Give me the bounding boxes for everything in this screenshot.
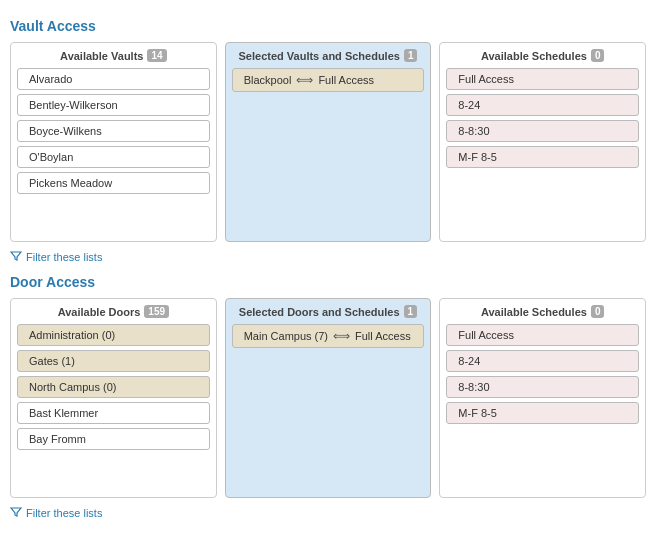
list-item[interactable]: 8-8:30	[446, 120, 639, 142]
door-schedules-header: Available Schedules 0	[446, 305, 639, 318]
list-item[interactable]: M-F 8-5	[446, 402, 639, 424]
list-item[interactable]: Full Access	[446, 324, 639, 346]
list-item[interactable]: Boyce-Wilkens	[17, 120, 210, 142]
list-item[interactable]: Bast Klemmer	[17, 402, 210, 424]
list-item[interactable]: 8-24	[446, 350, 639, 372]
selected-vaults-header: Selected Vaults and Schedules 1	[232, 49, 425, 62]
door-columns: Available Doors 159 Administration (0) G…	[10, 298, 646, 498]
list-item[interactable]: Gates (1)	[17, 350, 210, 372]
vault-schedules-panel: Available Schedules 0 Full Access 8-24	[439, 42, 646, 242]
available-doors-header: Available Doors 159	[17, 305, 210, 318]
selected-vault-item[interactable]: Blackpool ⟺ Full Access	[232, 68, 425, 92]
available-vaults-list: Alvarado Bentley-Wilkerson Boyce-Wilkens	[17, 68, 210, 194]
vault-schedules-count: 0	[591, 49, 605, 62]
door-filter-link[interactable]: Filter these lists	[10, 506, 646, 520]
vault-filter-container: Filter these lists	[10, 250, 646, 264]
door-schedules-count: 0	[591, 305, 605, 318]
vault-filter-link[interactable]: Filter these lists	[10, 250, 646, 264]
arrow-icon: ⟺	[296, 73, 313, 87]
available-doors-count: 159	[144, 305, 169, 318]
selected-vaults-list: Blackpool ⟺ Full Access	[232, 68, 425, 92]
available-doors-panel: Available Doors 159 Administration (0) G…	[10, 298, 217, 498]
filter-icon	[10, 506, 22, 520]
selected-doors-list: Main Campus (7) ⟺ Full Access	[232, 324, 425, 348]
selected-doors-header: Selected Doors and Schedules 1	[232, 305, 425, 318]
door-filter-container: Filter these lists	[10, 506, 646, 520]
list-item[interactable]: O'Boylan	[17, 146, 210, 168]
vault-schedules-list: Full Access 8-24 8-8:30	[446, 68, 639, 168]
selected-door-item[interactable]: Main Campus (7) ⟺ Full Access	[232, 324, 425, 348]
list-item[interactable]: Full Access	[446, 68, 639, 90]
door-access-section: Door Access Available Doors 159 Administ…	[10, 274, 646, 520]
available-vaults-panel: Available Vaults 14 Alvarado Bentley-Wil…	[10, 42, 217, 242]
vault-columns: Available Vaults 14 Alvarado Bentley-Wil…	[10, 42, 646, 242]
list-item[interactable]: Pickens Meadow	[17, 172, 210, 194]
available-doors-list: Administration (0) Gates (1) North Campu…	[17, 324, 210, 450]
vault-access-section: Vault Access Available Vaults 14 Alvarad…	[10, 18, 646, 264]
door-schedules-panel: Available Schedules 0 Full Access 8-24	[439, 298, 646, 498]
vault-schedules-header: Available Schedules 0	[446, 49, 639, 62]
vault-access-title: Vault Access	[10, 18, 646, 34]
list-item[interactable]: 8-8:30	[446, 376, 639, 398]
arrow-icon: ⟺	[333, 329, 350, 343]
list-item[interactable]: Bentley-Wilkerson	[17, 94, 210, 116]
selected-vaults-panel: Selected Vaults and Schedules 1 Blackpoo…	[225, 42, 432, 242]
door-schedules-list: Full Access 8-24 8-8:30	[446, 324, 639, 424]
list-item[interactable]: Bay Fromm	[17, 428, 210, 450]
selected-doors-panel: Selected Doors and Schedules 1 Main Camp…	[225, 298, 432, 498]
selected-doors-count: 1	[404, 305, 418, 318]
list-item[interactable]: M-F 8-5	[446, 146, 639, 168]
filter-icon	[10, 250, 22, 264]
available-vaults-count: 14	[147, 49, 166, 62]
selected-vaults-count: 1	[404, 49, 418, 62]
door-access-title: Door Access	[10, 274, 646, 290]
list-item[interactable]: Alvarado	[17, 68, 210, 90]
list-item[interactable]: North Campus (0)	[17, 376, 210, 398]
list-item[interactable]: Administration (0)	[17, 324, 210, 346]
available-vaults-header: Available Vaults 14	[17, 49, 210, 62]
list-item[interactable]: 8-24	[446, 94, 639, 116]
